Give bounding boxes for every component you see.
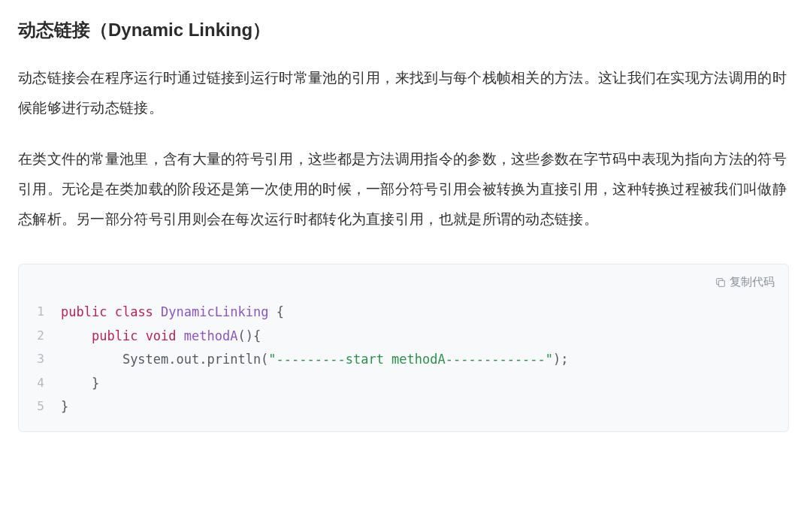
code-block: 复制代码 1public class DynamicLinking { 2 pu… <box>18 264 789 431</box>
code-line: 4 } <box>19 372 788 395</box>
code-line: 5} <box>19 395 788 419</box>
paragraph-1: 动态链接会在程序运行时通过链接到运行时常量池的引用，来找到与每个栈帧相关的方法。… <box>18 63 789 123</box>
svg-rect-0 <box>718 280 724 286</box>
copy-code-button[interactable]: 复制代码 <box>715 275 775 289</box>
copy-code-label: 复制代码 <box>730 275 775 289</box>
code-line: 1public class DynamicLinking { <box>19 301 788 324</box>
copy-icon <box>715 277 727 289</box>
line-number: 3 <box>19 348 61 371</box>
code-line: 3 System.out.println("---------start met… <box>19 348 788 371</box>
line-number: 4 <box>19 372 61 395</box>
code-content: 1public class DynamicLinking { 2 public … <box>19 280 788 419</box>
code-line: 2 public void methodA(){ <box>19 325 788 348</box>
section-heading: 动态链接（Dynamic Linking） <box>18 18 789 42</box>
paragraph-2: 在类文件的常量池里，含有大量的符号引用，这些都是方法调用指令的参数，这些参数在字… <box>18 144 789 234</box>
line-number: 2 <box>19 325 61 348</box>
line-number: 1 <box>19 301 61 324</box>
line-number: 5 <box>19 395 61 419</box>
